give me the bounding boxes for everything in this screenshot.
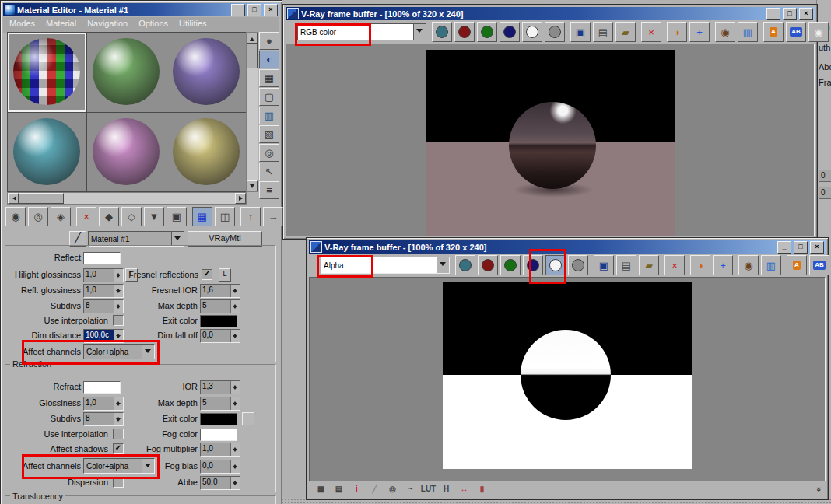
vfb-rgb-minimize-button[interactable]: _ <box>766 8 780 20</box>
rgb-render-image[interactable] <box>426 50 675 236</box>
refract-color-swatch[interactable] <box>83 381 121 394</box>
chevron-down-icon[interactable] <box>142 345 154 359</box>
force-clamp-button[interactable]: A <box>763 22 784 42</box>
dim-fall-off-field[interactable]: 0,0 <box>200 329 240 343</box>
blue-channel-button[interactable] <box>523 255 543 275</box>
annotate-button[interactable]: ╱ <box>366 482 383 496</box>
refr-exit-color-swatch[interactable] <box>200 413 237 425</box>
exposure-button[interactable]: ↔ <box>456 482 472 496</box>
material-name-select[interactable]: Material #1 <box>88 231 184 247</box>
color-corrections-button[interactable]: ◑ <box>690 255 710 275</box>
fog-multiplier-field[interactable]: 1,0 <box>200 443 240 457</box>
put-to-library-button[interactable]: ▼ <box>144 207 164 226</box>
green-channel-button[interactable] <box>500 255 521 275</box>
menu-modes[interactable]: Modes <box>9 19 35 31</box>
fresnel-reflections-checkbox[interactable]: ✓ <box>202 269 212 280</box>
clear-image-button[interactable]: × <box>641 22 661 42</box>
ior-field[interactable]: 1,3 <box>200 380 240 394</box>
sample-slot-5[interactable] <box>87 113 166 192</box>
refl-glossiness-field[interactable]: 1,0 <box>83 284 124 298</box>
reflect-color-swatch[interactable] <box>83 252 121 264</box>
material-id-channel-button[interactable]: ▣ <box>167 207 187 226</box>
stereo-button[interactable]: ▮ <box>474 482 490 496</box>
menu-material[interactable]: Material <box>46 19 76 31</box>
spinner[interactable] <box>230 285 240 297</box>
monochrome-button[interactable] <box>568 255 588 275</box>
go-to-parent-button[interactable]: ↑ <box>240 207 261 226</box>
material-editor-titlebar[interactable]: Material Editor - Material #1 _ □ × <box>3 3 279 16</box>
scroll-thumb[interactable] <box>19 193 64 204</box>
save-image-button[interactable]: ▣ <box>594 255 614 275</box>
save-image-button[interactable]: ▣ <box>570 22 591 42</box>
spinner[interactable] <box>230 397 240 410</box>
channel-select[interactable]: Alpha <box>321 257 450 274</box>
clear-image-button[interactable]: × <box>664 255 685 275</box>
panel-value-field[interactable]: 0 <box>819 170 831 182</box>
settings-button[interactable]: ◎ <box>384 482 401 496</box>
video-color-check-button[interactable]: ▥ <box>259 107 279 124</box>
histogram-button[interactable]: H <box>438 482 454 496</box>
show-end-result-button[interactable]: ◫ <box>215 207 235 226</box>
clone-buffer-button[interactable]: ▤ <box>593 22 613 42</box>
region-render-button[interactable]: ◉ <box>738 255 759 275</box>
menu-navigation[interactable]: Navigation <box>87 19 128 31</box>
me-maximize-button[interactable]: □ <box>247 4 261 16</box>
fresnel-lock-button[interactable]: L <box>219 268 231 282</box>
alpha-channel-button[interactable] <box>545 255 566 275</box>
spinner[interactable] <box>230 381 240 394</box>
fresnel-ior-field[interactable]: 1,6 <box>200 284 240 298</box>
pick-material-button[interactable]: ╱ <box>69 231 86 247</box>
material-map-navigator-button[interactable]: ≡ <box>259 181 279 199</box>
sample-vertical-scrollbar[interactable] <box>246 32 258 192</box>
affect-channels-select[interactable]: Color+alpha <box>83 344 155 359</box>
preview-button[interactable]: ▤ <box>331 482 347 496</box>
material-type-button[interactable]: VRayMtl <box>188 231 262 247</box>
sample-slot-3[interactable] <box>167 33 246 112</box>
channel-select[interactable]: RGB color <box>297 23 426 40</box>
scroll-left-button[interactable] <box>8 193 19 204</box>
sample-slot-2[interactable] <box>87 33 166 112</box>
scroll-thumb[interactable] <box>247 44 258 68</box>
options-button[interactable]: ◎ <box>259 144 279 162</box>
duplicate-to-host-button[interactable]: ▥ <box>738 22 758 42</box>
force-clamp-button[interactable]: A <box>787 255 807 275</box>
spinner[interactable] <box>230 460 240 473</box>
compare-ab-button[interactable]: AB <box>809 255 829 275</box>
alpha-render-image[interactable] <box>443 282 692 469</box>
menu-utilities[interactable]: Utilities <box>179 19 206 31</box>
sample-type-button[interactable]: ● <box>259 32 279 50</box>
glossiness-field[interactable]: 1,0 <box>83 397 124 411</box>
vfb-alpha-minimize-button[interactable]: _ <box>777 241 791 254</box>
blue-channel-button[interactable] <box>500 22 520 42</box>
max-depth-field[interactable]: 5 <box>200 299 240 313</box>
vfb-alpha-maximize-button[interactable]: □ <box>794 241 808 254</box>
exit-color-map-button[interactable] <box>242 412 254 425</box>
sample-slot-4[interactable] <box>8 113 86 192</box>
assign-material-to-selection-button[interactable]: ◈ <box>51 207 71 226</box>
vfb-rgb-maximize-button[interactable]: □ <box>783 8 797 20</box>
sample-slot-6[interactable] <box>167 113 246 192</box>
fog-bias-field[interactable]: 0,0 <box>200 460 240 474</box>
scroll-up-button[interactable] <box>247 33 258 44</box>
chevron-down-icon[interactable] <box>413 24 426 40</box>
sample-slot-1[interactable] <box>8 33 86 112</box>
sample-uv-tiling-button[interactable]: ▢ <box>259 88 279 106</box>
get-material-button[interactable]: ◉ <box>5 207 26 226</box>
make-material-copy-button[interactable]: ◆ <box>99 207 119 226</box>
spinner[interactable] <box>230 477 240 489</box>
background-button[interactable]: ▦ <box>259 69 279 87</box>
compare-ab-button[interactable]: AB <box>786 22 806 42</box>
go-forward-to-sibling-button[interactable]: → <box>263 207 283 226</box>
color-corrections-button[interactable]: ◑ <box>667 22 687 42</box>
me-minimize-button[interactable]: _ <box>231 4 245 16</box>
vfb-rgb-titlebar[interactable]: V-Ray frame buffer - [100% of 320 x 240]… <box>286 7 815 20</box>
duplicate-to-host-button[interactable]: ▥ <box>761 255 781 275</box>
menu-options[interactable]: Options <box>138 19 168 31</box>
vfb-rgb-close-button[interactable]: × <box>799 8 813 20</box>
chevron-down-icon[interactable] <box>437 257 449 273</box>
load-image-button[interactable]: ▰ <box>615 22 636 42</box>
scroll-down-button[interactable] <box>247 180 258 191</box>
spinner[interactable] <box>230 443 240 456</box>
me-close-button[interactable]: × <box>264 4 278 16</box>
vfb-alpha-titlebar[interactable]: V-Ray frame buffer - [100% of 320 x 240]… <box>309 240 826 254</box>
